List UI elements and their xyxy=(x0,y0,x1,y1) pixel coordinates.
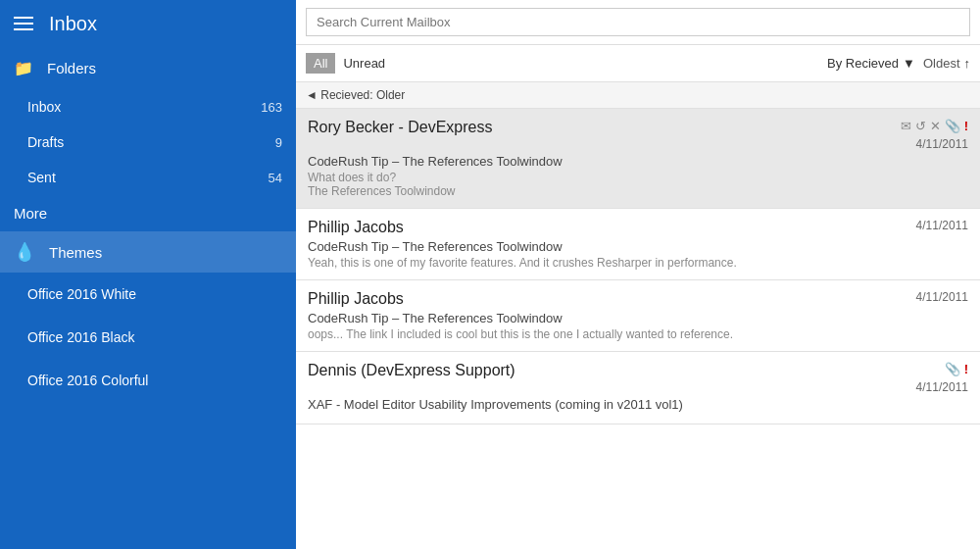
sort-order-icon: ↑ xyxy=(964,56,971,71)
attachment-icon-0: 📎 xyxy=(945,119,960,133)
folders-label: Folders xyxy=(47,60,96,76)
email-date-3: 4/11/2011 xyxy=(916,380,968,394)
delete-icon-0: ✕ xyxy=(930,119,941,133)
reply-icon-0: ✉ xyxy=(901,119,911,133)
email-item-3[interactable]: Dennis (DevExpress Support) 📎 ! 4/11/201… xyxy=(296,352,980,424)
theme-option-colorful[interactable]: Office 2016 Colorful xyxy=(0,359,296,402)
email-preview-1: Yeah, this is one of my favorite feature… xyxy=(308,256,968,270)
sidebar-item-themes[interactable]: 💧 Themes xyxy=(0,231,296,273)
sort-by-button[interactable]: By Recieved xyxy=(827,56,899,71)
sort-order-button[interactable]: Oldest xyxy=(923,56,960,71)
email-sender-2: Phillip Jacobs xyxy=(308,290,404,308)
email-right-2: 4/11/2011 xyxy=(916,290,968,304)
filter-unread-button[interactable]: Unread xyxy=(335,53,393,74)
sidebar-header: Inbox xyxy=(0,0,296,47)
email-sender-1: Phillip Jacobs xyxy=(308,219,404,236)
filter-sort: By Recieved ▼ Oldest ↑ xyxy=(827,56,970,71)
email-subject-2: CodeRush Tip – The References Toolwindow xyxy=(308,311,968,325)
email-sender-3: Dennis (DevExpress Support) xyxy=(308,362,515,379)
search-input[interactable] xyxy=(306,8,970,36)
filter-all-button[interactable]: All xyxy=(306,53,335,74)
exclamation-icon-3: ! xyxy=(964,362,968,376)
theme-option-white[interactable]: Office 2016 White xyxy=(0,273,296,316)
email-date-1: 4/11/2011 xyxy=(916,219,968,232)
email-right-0: ✉ ↺ ✕ 📎 ! 4/11/2011 xyxy=(901,119,968,151)
theme-option-black[interactable]: Office 2016 Black xyxy=(0,316,296,359)
exclamation-icon-0: ! xyxy=(964,119,968,133)
email-date-0: 4/11/2011 xyxy=(916,137,968,151)
received-header: ◄ Recieved: Older xyxy=(296,82,980,109)
email-date-2: 4/11/2011 xyxy=(916,290,968,304)
email-preview-0: What does it do?The References Toolwindo… xyxy=(308,171,968,198)
sidebar-item-drafts[interactable]: Drafts 9 xyxy=(0,125,296,160)
sidebar-title: Inbox xyxy=(49,13,97,35)
attachment-icon-3: 📎 xyxy=(945,362,960,376)
email-item-0[interactable]: Rory Becker - DevExpress ✉ ↺ ✕ 📎 ! 4/11/… xyxy=(296,109,980,209)
sidebar: Inbox 📁 Folders Inbox 163 Drafts 9 Sent … xyxy=(0,0,296,549)
main-panel: All Unread By Recieved ▼ Oldest ↑ ◄ Reci… xyxy=(296,0,980,549)
email-subject-0: CodeRush Tip – The References Toolwindow xyxy=(308,154,968,169)
folder-icon: 📁 xyxy=(14,59,33,77)
sidebar-item-sent[interactable]: Sent 54 xyxy=(0,160,296,195)
email-preview-2: oops... The link I included is cool but … xyxy=(308,327,968,341)
filter-left: All Unread xyxy=(306,53,393,74)
search-bar xyxy=(296,0,980,45)
email-subject-3: XAF - Model Editor Usability Improvement… xyxy=(308,397,968,412)
email-sender-0: Rory Becker - DevExpress xyxy=(308,119,493,136)
sort-dropdown-icon[interactable]: ▼ xyxy=(903,56,915,71)
email-item-2[interactable]: Phillip Jacobs 4/11/2011 CodeRush Tip – … xyxy=(296,280,980,352)
email-subject-1: CodeRush Tip – The References Toolwindow xyxy=(308,239,968,254)
sidebar-item-inbox[interactable]: Inbox 163 xyxy=(0,89,296,125)
sidebar-item-more[interactable]: More xyxy=(0,195,296,231)
hamburger-icon[interactable] xyxy=(14,17,33,30)
forward-icon-0: ↺ xyxy=(915,119,926,133)
filter-bar: All Unread By Recieved ▼ Oldest ↑ xyxy=(296,45,980,82)
sidebar-item-folders[interactable]: 📁 Folders xyxy=(0,47,296,89)
email-right-3: 📎 ! 4/11/2011 xyxy=(916,362,968,394)
email-item-1[interactable]: Phillip Jacobs 4/11/2011 CodeRush Tip – … xyxy=(296,209,980,280)
themes-icon: 💧 xyxy=(14,241,35,263)
email-right-1: 4/11/2011 xyxy=(916,219,968,232)
